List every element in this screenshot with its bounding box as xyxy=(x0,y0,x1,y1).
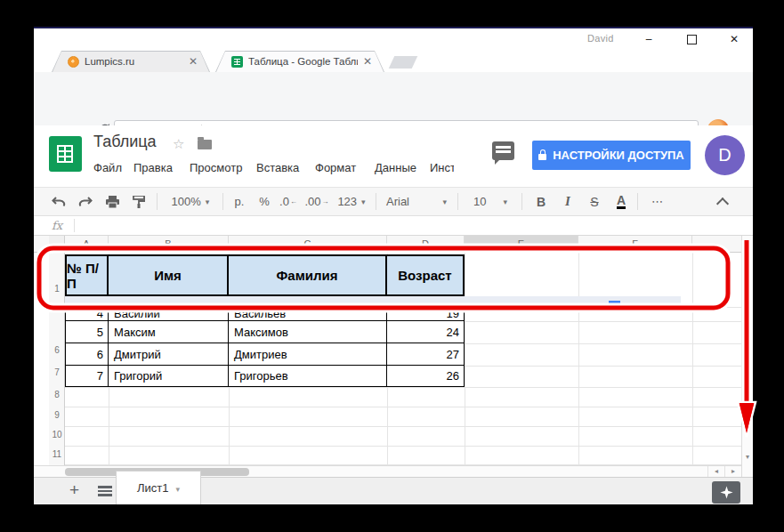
column-header-b[interactable]: B xyxy=(109,236,229,253)
more-formats-button[interactable]: 123 xyxy=(335,188,368,215)
move-to-folder-icon[interactable] xyxy=(198,140,212,149)
account-avatar[interactable]: D xyxy=(705,135,745,175)
document-title[interactable]: Таблица xyxy=(93,133,157,151)
close-button[interactable]: ✕ xyxy=(719,28,749,50)
row-header-10[interactable]: 10 xyxy=(49,430,65,439)
menu-file[interactable]: Файл xyxy=(93,161,122,174)
tab-close-icon[interactable]: ✕ xyxy=(189,55,198,68)
row-headers[interactable]: 1 6 7 8 9 10 11 12 xyxy=(49,253,65,465)
cell-d6[interactable]: 24 xyxy=(387,321,465,343)
cell-a7[interactable]: 6 xyxy=(65,343,109,366)
decrease-decimal-button[interactable]: .0 xyxy=(276,188,301,215)
row-header-9[interactable]: 9 xyxy=(49,410,65,420)
minimize-button[interactable]: – xyxy=(634,28,664,50)
cell-b1[interactable]: Имя xyxy=(109,254,229,296)
star-document-icon[interactable] xyxy=(173,136,184,152)
cell-a6[interactable]: 5 xyxy=(65,321,109,343)
cell-c1[interactable]: Фамилия xyxy=(229,254,387,296)
sheet-tab-caret-icon[interactable] xyxy=(175,481,180,495)
scroll-right-icon[interactable]: ▸ xyxy=(724,466,741,477)
italic-button[interactable]: I xyxy=(555,188,580,215)
sheet-tab-label: Лист1 xyxy=(137,481,168,495)
selected-cell-border xyxy=(609,301,620,303)
tab-strip: Lumpics.ru ✕ Таблица - Google Табли ✕ xyxy=(34,50,753,72)
window-titlebar: David – ✕ xyxy=(34,28,753,50)
cell-d7[interactable]: 27 xyxy=(387,343,465,366)
text-color-button[interactable]: A xyxy=(609,188,634,215)
collapse-toolbar-icon[interactable] xyxy=(710,188,735,215)
column-header-f[interactable]: F xyxy=(578,236,692,253)
menu-edit[interactable]: Правка xyxy=(133,161,173,174)
sheet-tab-list1[interactable]: Лист1 xyxy=(116,471,201,504)
sheets-header: Таблица Файл Правка Просмотр Вставка Фор… xyxy=(34,125,753,187)
redo-icon[interactable] xyxy=(75,188,96,215)
row-header-11[interactable]: 11 xyxy=(49,449,65,459)
maximize-icon xyxy=(687,35,697,44)
format-percent-button[interactable]: % xyxy=(253,188,276,215)
toolbar-more-icon[interactable]: ⋯ xyxy=(644,188,671,215)
cell-a5[interactable]: 4 xyxy=(65,307,109,321)
cell-a8[interactable]: 7 xyxy=(65,366,109,387)
cell-b5[interactable]: Василий xyxy=(109,307,229,321)
bold-button[interactable]: B xyxy=(529,188,554,215)
cell-a1[interactable]: № П/П xyxy=(65,254,109,296)
cell-c7[interactable]: Дмитриев xyxy=(229,343,387,366)
sheets-toolbar: 100% р. % .0 .00 123 Arial 10 B I S A ⋯ xyxy=(34,187,753,216)
format-currency-button[interactable]: р. xyxy=(228,188,251,215)
zoom-select[interactable]: 100% xyxy=(166,188,215,215)
formula-bar[interactable]: fx xyxy=(34,216,753,236)
vertical-scrollbar[interactable]: ▾ xyxy=(741,236,753,477)
select-all-corner[interactable] xyxy=(49,236,65,253)
tab-close-icon[interactable]: ✕ xyxy=(363,55,372,68)
sheets-favicon xyxy=(231,56,243,68)
lumpics-favicon xyxy=(68,56,79,68)
cell-d8[interactable]: 26 xyxy=(387,366,465,387)
spreadsheet-grid[interactable]: A B C D E F 1 6 7 8 9 10 11 12 xyxy=(34,236,741,477)
cell-b6[interactable]: Максим xyxy=(109,321,229,343)
cell-c5[interactable]: Васильев xyxy=(229,307,387,321)
all-sheets-menu-icon[interactable] xyxy=(98,486,112,496)
row-header-6[interactable]: 6 xyxy=(49,345,65,355)
cell-b8[interactable]: Григорий xyxy=(109,366,229,387)
menu-format[interactable]: Формат xyxy=(315,161,356,174)
cell-d1[interactable]: Возраст xyxy=(387,254,465,296)
cell-c8[interactable]: Григорьев xyxy=(229,366,387,387)
column-header-c[interactable]: C xyxy=(229,236,387,253)
share-area: НАСТРОЙКИ ДОСТУПА D xyxy=(454,125,753,186)
scroll-left-icon[interactable]: ◂ xyxy=(707,466,724,477)
paint-format-icon[interactable] xyxy=(128,188,150,215)
new-tab-button[interactable] xyxy=(389,56,418,69)
comments-icon[interactable] xyxy=(492,141,514,160)
print-icon[interactable] xyxy=(101,188,123,215)
sheet-bar: + Лист1 xyxy=(34,477,753,504)
undo-icon[interactable] xyxy=(48,188,69,215)
share-settings-button[interactable]: НАСТРОЙКИ ДОСТУПА xyxy=(532,141,691,170)
row-header-8[interactable]: 8 xyxy=(49,390,65,399)
increase-decimal-button[interactable]: .00 xyxy=(303,188,331,215)
menu-view[interactable]: Просмотр xyxy=(190,161,242,174)
row-header-7[interactable]: 7 xyxy=(49,367,65,377)
cell-b7[interactable]: Дмитрий xyxy=(109,343,229,366)
font-select[interactable]: Arial xyxy=(383,188,450,215)
column-header-a[interactable]: A xyxy=(65,236,109,253)
cell-c6[interactable]: Максимов xyxy=(229,321,387,343)
strikethrough-button[interactable]: S xyxy=(582,188,607,215)
browser-window: David – ✕ Lumpics.ru ✕ xyxy=(34,27,753,504)
share-settings-label: НАСТРОЙКИ ДОСТУПА xyxy=(553,149,684,162)
scroll-down-icon[interactable]: ▾ xyxy=(742,450,753,464)
column-header-d[interactable]: D xyxy=(387,236,465,253)
column-header-e[interactable]: E xyxy=(465,236,578,253)
explore-button[interactable] xyxy=(712,481,740,504)
menu-insert[interactable]: Вставка xyxy=(256,161,299,174)
google-sheets-icon[interactable] xyxy=(49,136,82,172)
column-headers[interactable]: A B C D E F xyxy=(34,236,741,253)
tab-lumpics[interactable]: Lumpics.ru ✕ xyxy=(52,51,210,72)
add-sheet-button[interactable]: + xyxy=(69,480,79,500)
tab-google-sheets[interactable]: Таблица - Google Табли ✕ xyxy=(215,51,384,72)
cell-d5[interactable]: 19 xyxy=(387,307,465,321)
menu-data[interactable]: Данные xyxy=(375,161,416,174)
row-header-1[interactable]: 1 xyxy=(49,284,65,294)
table-row: 5 Максим Максимов 24 xyxy=(65,321,465,343)
font-size-select[interactable]: 10 xyxy=(466,188,514,215)
maximize-button[interactable] xyxy=(676,28,707,50)
